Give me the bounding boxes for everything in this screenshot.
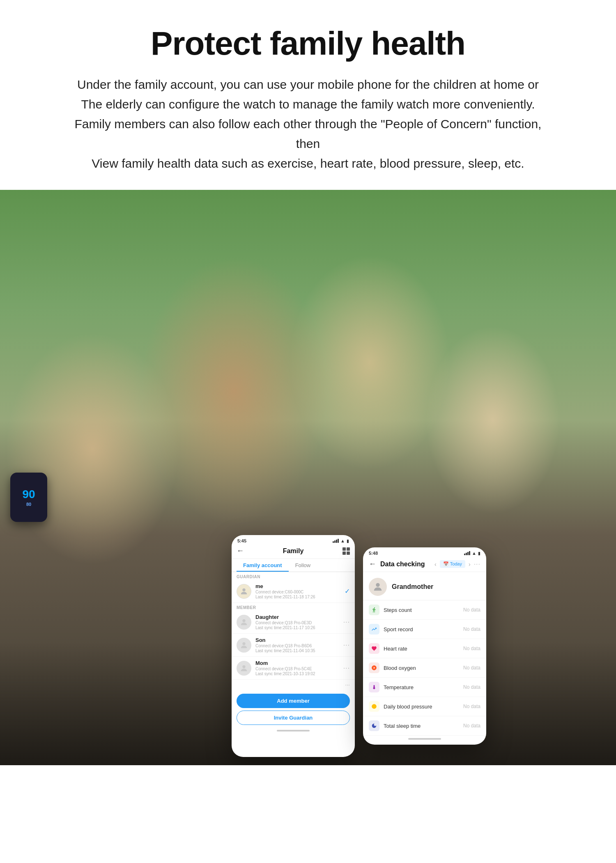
signal-icon-right bbox=[464, 551, 470, 555]
status-icons-left: ▲ ▮ bbox=[333, 538, 349, 543]
header-section: Protect family health Under the family a… bbox=[0, 0, 616, 190]
bottom-indicator-left bbox=[232, 727, 355, 734]
steps-count-value: No data bbox=[463, 607, 480, 613]
blood-oxygen-label: Blood oxygen bbox=[384, 665, 463, 671]
wifi-icon-right: ▲ bbox=[472, 551, 476, 556]
mom-more-icon[interactable]: ··· bbox=[343, 665, 350, 672]
blood-oxygen-value: No data bbox=[463, 665, 480, 671]
photo-background: 90 80 5:45 ▲ ▮ bbox=[0, 190, 616, 765]
phone-left-status-bar: 5:45 ▲ ▮ bbox=[232, 535, 355, 545]
metric-bp[interactable]: Daily blood pressure No data bbox=[363, 697, 486, 716]
family-photo-section: 90 80 5:45 ▲ ▮ bbox=[0, 190, 616, 765]
phone-right-title: Data checking bbox=[380, 561, 425, 568]
phone-left-title: Family bbox=[283, 547, 304, 555]
phone-tabs: Family account Follow bbox=[232, 559, 355, 572]
more-dots: ··· bbox=[232, 680, 355, 690]
tab-family-account[interactable]: Family account bbox=[237, 559, 289, 572]
smartwatch-display: 90 80 bbox=[10, 473, 47, 522]
check-icon: ✓ bbox=[345, 587, 350, 595]
svg-point-5 bbox=[372, 704, 377, 709]
grandmother-name: Grandmother bbox=[392, 583, 433, 591]
me-device: Connect device:C60-000C bbox=[255, 590, 345, 594]
status-icons-right: ▲ ▮ bbox=[464, 551, 480, 556]
temperature-icon bbox=[369, 682, 379, 692]
temperature-value: No data bbox=[463, 684, 480, 690]
metric-heart[interactable]: Heart rate No data bbox=[363, 639, 486, 658]
grandmother-avatar bbox=[369, 578, 387, 596]
mom-device: Connect device:Q18 Pro-5C4E bbox=[255, 667, 343, 671]
sport-record-label: Sport record bbox=[384, 626, 463, 632]
me-name: me bbox=[255, 583, 345, 589]
prev-arrow-icon[interactable]: ‹ bbox=[434, 561, 437, 568]
me-sync: Last sync time:2021-11-18 17:26 bbox=[255, 595, 345, 599]
steps-icon bbox=[369, 605, 379, 615]
blood-pressure-label: Daily blood pressure bbox=[384, 704, 463, 710]
member-mom-item[interactable]: Mom Connect device:Q18 Pro-5C4E Last syn… bbox=[232, 657, 355, 680]
member-son-item[interactable]: Son Connect device:Q18 Pro-B6D6 Last syn… bbox=[232, 634, 355, 657]
page-title: Protect family health bbox=[33, 25, 583, 62]
son-info: Son Connect device:Q18 Pro-B6D6 Last syn… bbox=[255, 637, 343, 653]
daughter-avatar bbox=[237, 615, 251, 630]
mom-info: Mom Connect device:Q18 Pro-5C4E Last syn… bbox=[255, 660, 343, 676]
back-arrow-icon[interactable]: ← bbox=[237, 547, 244, 555]
mom-sync: Last sync time:2021-10-13 19:02 bbox=[255, 671, 343, 676]
metric-sleep[interactable]: Total sleep time No data bbox=[363, 716, 486, 736]
metric-sport[interactable]: Sport record No data bbox=[363, 620, 486, 639]
data-check-header: ← Data checking ‹ 📅 Today › ··· bbox=[363, 557, 486, 572]
sleep-icon bbox=[369, 720, 379, 731]
sleep-time-value: No data bbox=[463, 723, 480, 729]
phone-bottom-buttons: Add member Invite Guardian bbox=[232, 690, 355, 727]
svg-point-3 bbox=[242, 665, 245, 668]
metric-steps[interactable]: Steps count No data bbox=[363, 600, 486, 620]
member-label: MEMBER bbox=[232, 603, 355, 611]
phone-family: 5:45 ▲ ▮ ← Family bbox=[232, 535, 355, 757]
right-more-icon[interactable]: ··· bbox=[474, 561, 480, 568]
guardian-label: GUARDIAN bbox=[232, 572, 355, 580]
heart-rate-value: No data bbox=[463, 646, 480, 651]
battery-icon: ▮ bbox=[347, 539, 349, 543]
blood-pressure-icon bbox=[369, 701, 379, 712]
me-avatar bbox=[237, 584, 251, 599]
back-arrow-right-icon[interactable]: ← bbox=[369, 560, 376, 568]
metric-oxygen[interactable]: Blood oxygen No data bbox=[363, 658, 486, 678]
daughter-sync: Last sync time:2021-11-17 10:26 bbox=[255, 625, 343, 630]
add-member-button[interactable]: Add member bbox=[237, 694, 350, 708]
daughter-info: Daughter Connect device:Q18 Pro-0E3D Las… bbox=[255, 614, 343, 630]
oxygen-icon bbox=[369, 662, 379, 673]
svg-point-1 bbox=[242, 619, 245, 622]
grid-icon[interactable] bbox=[342, 547, 350, 555]
next-arrow-icon[interactable]: › bbox=[469, 561, 471, 568]
date-nav: ‹ 📅 Today › bbox=[434, 560, 471, 568]
phone-data-check: 5:48 ▲ ▮ ← Data chec bbox=[363, 547, 486, 745]
tab-follow[interactable]: Follow bbox=[289, 559, 317, 572]
mom-name: Mom bbox=[255, 660, 343, 666]
grandmother-profile: Grandmother bbox=[363, 572, 486, 600]
guardian-me-item[interactable]: me Connect device:C60-000C Last sync tim… bbox=[232, 580, 355, 603]
son-more-icon[interactable]: ··· bbox=[343, 641, 350, 649]
sport-icon bbox=[369, 624, 379, 635]
heart-rate-label: Heart rate bbox=[384, 646, 463, 652]
steps-count-label: Steps count bbox=[384, 607, 463, 613]
battery-icon-right: ▮ bbox=[478, 551, 480, 556]
metric-temp[interactable]: Temperature No data bbox=[363, 678, 486, 697]
date-badge[interactable]: 📅 Today bbox=[440, 560, 465, 568]
watch-unit: 80 bbox=[26, 502, 31, 507]
son-sync: Last sync time:2021-11-04 10:35 bbox=[255, 648, 343, 653]
daughter-device: Connect device:Q18 Pro-0E3D bbox=[255, 621, 343, 625]
phone-left-header: ← Family bbox=[232, 545, 355, 559]
invite-guardian-button[interactable]: Invite Guardian bbox=[237, 711, 350, 725]
member-daughter-item[interactable]: Daughter Connect device:Q18 Pro-0E3D Las… bbox=[232, 611, 355, 634]
me-info: me Connect device:C60-000C Last sync tim… bbox=[255, 583, 345, 599]
blood-pressure-value: No data bbox=[463, 704, 480, 709]
health-metrics-list: Steps count No data Sport record No data bbox=[363, 600, 486, 736]
daughter-more-icon[interactable]: ··· bbox=[343, 618, 350, 626]
watch-steps: 90 bbox=[22, 488, 35, 501]
daughter-name: Daughter bbox=[255, 614, 343, 620]
temperature-label: Temperature bbox=[384, 684, 463, 690]
bottom-indicator-right bbox=[363, 736, 486, 742]
date-label: Today bbox=[450, 561, 462, 566]
phones-container: 5:45 ▲ ▮ ← Family bbox=[232, 535, 486, 757]
son-name: Son bbox=[255, 637, 343, 643]
home-indicator-right bbox=[408, 738, 441, 740]
svg-point-0 bbox=[242, 588, 245, 591]
